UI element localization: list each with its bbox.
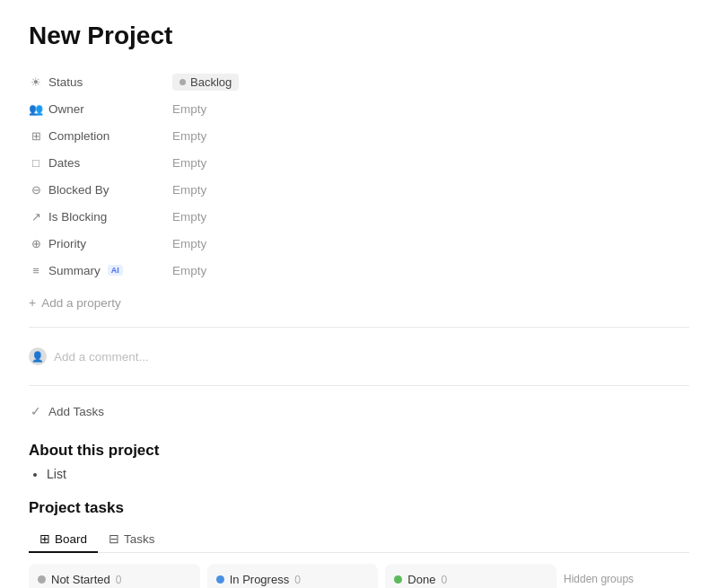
about-list: List (47, 467, 689, 481)
board-columns: Not Started 0 + New In Progress 0 + New … (29, 564, 689, 588)
property-row-blocked-by[interactable]: ⊖ Blocked By Empty (29, 176, 689, 203)
is-blocking-value: Empty (172, 210, 206, 224)
property-label-completion: ⊞ Completion (29, 128, 172, 143)
owner-label-text: Owner (48, 102, 84, 116)
completion-icon: ⊞ (29, 128, 43, 143)
property-label-blocked-by: ⊖ Blocked By (29, 182, 172, 197)
col-header-in-progress: In Progress 0 (216, 573, 370, 586)
property-row-owner[interactable]: 👥 Owner Empty (29, 95, 689, 122)
about-list-item: List (47, 467, 689, 481)
blocked-by-value: Empty (172, 183, 206, 197)
property-row-summary[interactable]: ≡ Summary AI Empty (29, 257, 689, 284)
page-title: New Project (29, 22, 689, 50)
status-value[interactable]: Backlog (172, 74, 239, 91)
priority-label-text: Priority (48, 237, 86, 250)
is-blocking-icon: ↗ (29, 209, 43, 224)
hidden-groups-col: Hidden groups Archived 0 (564, 564, 689, 588)
hidden-groups-label: Hidden groups (564, 573, 689, 585)
status-label-text: Status (48, 75, 83, 89)
summary-label-text: Summary (48, 264, 101, 277)
board-col-in-progress: In Progress 0 + New (207, 564, 379, 588)
completion-value: Empty (172, 129, 206, 143)
project-tasks-title: Project tasks (29, 499, 689, 517)
blocked-by-label-text: Blocked By (48, 183, 109, 197)
board-tab-label: Board (55, 532, 87, 546)
summary-value: Empty (172, 264, 206, 277)
done-dot (394, 575, 402, 584)
done-count: 0 (441, 574, 447, 586)
properties-table: ☀ Status Backlog 👥 Owner Empty ⊞ Complet… (29, 68, 689, 284)
tasks-tab-label: Tasks (124, 532, 155, 546)
dates-value: Empty (172, 156, 206, 170)
property-label-priority: ⊕ Priority (29, 236, 172, 250)
col-header-not-started: Not Started 0 (38, 573, 191, 586)
backlog-text: Backlog (190, 75, 232, 89)
add-property-row[interactable]: + Add a property (29, 291, 689, 314)
avatar: 👤 (29, 347, 47, 365)
comment-row[interactable]: 👤 Add a comment... (29, 340, 689, 373)
col-header-done: Done 0 (394, 573, 547, 586)
tasks-tab-icon: ⊟ (109, 531, 119, 546)
done-label: Done (407, 573, 435, 586)
ai-badge: AI (108, 265, 123, 276)
property-label-summary: ≡ Summary AI (29, 263, 172, 277)
divider-2 (29, 385, 689, 386)
summary-icon: ≡ (29, 263, 43, 277)
dates-label-text: Dates (48, 156, 80, 170)
not-started-label: Not Started (51, 573, 110, 586)
not-started-dot (38, 575, 46, 584)
about-section-title: About this project (29, 442, 689, 460)
dates-icon: □ (29, 155, 43, 170)
property-row-dates[interactable]: □ Dates Empty (29, 149, 689, 176)
owner-value: Empty (172, 102, 206, 116)
board-col-done: Done 0 + New (385, 564, 556, 588)
add-tasks-row[interactable]: ✓ Add Tasks (29, 399, 689, 424)
owner-icon: 👥 (29, 101, 43, 116)
property-row-is-blocking[interactable]: ↗ Is Blocking Empty (29, 203, 689, 230)
add-tasks-icon: ✓ (29, 404, 43, 418)
property-label-status: ☀ Status (29, 75, 172, 89)
in-progress-count: 0 (294, 574, 301, 586)
add-property-plus-icon: + (29, 295, 36, 310)
completion-label-text: Completion (48, 129, 109, 143)
divider-1 (29, 327, 689, 328)
backlog-dot (180, 79, 186, 85)
property-row-status[interactable]: ☀ Status Backlog (29, 68, 689, 95)
backlog-badge[interactable]: Backlog (172, 74, 239, 91)
property-row-completion[interactable]: ⊞ Completion Empty (29, 122, 689, 149)
property-label-dates: □ Dates (29, 155, 172, 170)
property-label-is-blocking: ↗ Is Blocking (29, 209, 172, 224)
project-tasks-tabs: ⊞ Board ⊟ Tasks (29, 526, 689, 553)
in-progress-dot (216, 575, 224, 584)
board-tab-icon: ⊞ (39, 531, 50, 546)
board-col-not-started: Not Started 0 + New (29, 564, 200, 588)
property-row-priority[interactable]: ⊕ Priority Empty (29, 230, 689, 257)
not-started-count: 0 (116, 574, 122, 586)
tab-tasks[interactable]: ⊟ Tasks (98, 526, 166, 553)
priority-icon: ⊕ (29, 236, 43, 250)
property-label-owner: 👥 Owner (29, 101, 172, 116)
tab-board[interactable]: ⊞ Board (29, 526, 98, 553)
comment-placeholder[interactable]: Add a comment... (54, 350, 149, 364)
add-property-label: Add a property (41, 296, 121, 310)
is-blocking-label-text: Is Blocking (48, 210, 107, 224)
add-tasks-label: Add Tasks (48, 405, 104, 418)
priority-value: Empty (172, 237, 206, 250)
blocked-by-icon: ⊖ (29, 182, 43, 197)
status-icon: ☀ (29, 75, 43, 89)
in-progress-label: In Progress (230, 573, 289, 586)
